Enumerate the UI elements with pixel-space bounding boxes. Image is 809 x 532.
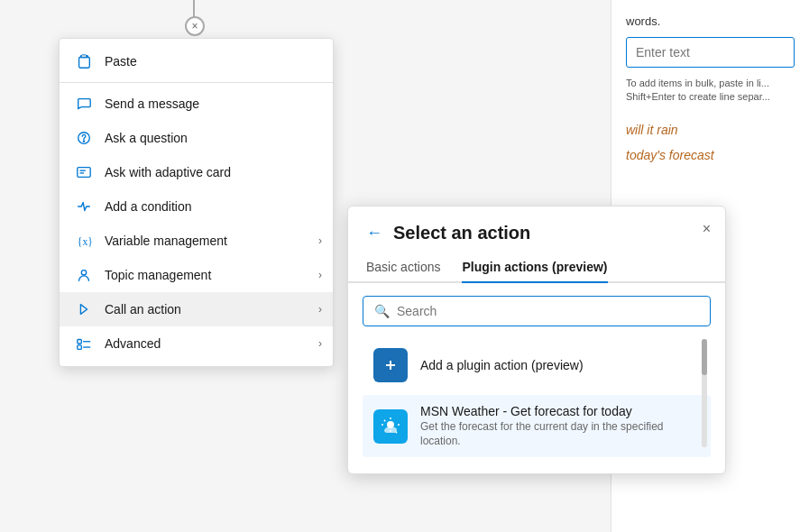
tab-plugin-actions[interactable]: Plugin actions (preview) [462,252,607,283]
action-panel: ← Select an action × Basic actions Plugi… [347,206,726,474]
menu-item-send-message-label: Send a message [105,96,199,111]
action-panel-title: Select an action [393,223,530,243]
back-button[interactable]: ← [366,224,382,243]
action-panel-tabs: Basic actions Plugin actions (preview) [348,252,725,283]
variable-icon: {x} [74,233,94,249]
svg-point-4 [83,141,84,142]
message-icon [74,96,94,112]
question-icon [74,130,94,146]
action-icon [74,301,94,317]
tab-basic-actions[interactable]: Basic actions [366,252,440,283]
adaptive-icon [74,164,94,180]
chevron-right-icon-3: › [318,303,322,316]
paste-icon [74,53,94,69]
condition-icon [74,198,94,215]
menu-item-paste-label: Paste [105,54,137,69]
msn-weather-text: MSN Weather - Get forecast for today Get… [420,404,700,448]
context-menu: Paste Send a message Ask a question Ask … [59,38,334,367]
menu-item-add-condition-label: Add a condition [105,199,192,214]
menu-item-advanced-label: Advanced [105,336,161,351]
scrollbar-thumb[interactable] [702,339,707,375]
action-list: Add a plugin action (preview) MSN Weathe… [363,339,711,457]
menu-item-call-action-label: Call an action [105,302,181,316]
action-panel-header: ← Select an action × [348,206,725,252]
menu-item-ask-question-label: Ask a question [105,131,188,145]
svg-rect-5 [78,168,90,178]
svg-rect-1 [79,58,90,69]
add-plugin-text: Add a plugin action (preview) [420,358,584,372]
chevron-right-icon-2: › [318,269,322,281]
phrase-2: today's forecast [626,148,795,162]
topic-icon [74,267,94,283]
phrase-1: will it rain [626,123,795,137]
action-panel-body: 🔍 Add a plugin action (preview) MSN Weat [348,283,725,473]
add-plugin-icon-box [373,348,408,382]
menu-item-ask-adaptive[interactable]: Ask with adaptive card [60,155,333,189]
advanced-icon [74,335,94,352]
msn-weather-name: MSN Weather - Get forecast for today [420,404,700,418]
svg-text:{x}: {x} [78,236,92,248]
svg-rect-2 [81,55,86,58]
menu-divider-1 [60,82,333,83]
menu-item-advanced[interactable]: Advanced › [60,326,333,361]
close-connector-button[interactable]: × [185,16,205,36]
menu-item-topic[interactable]: Topic management › [60,258,333,292]
msn-weather-desc: Get the forecast for the current day in … [420,420,700,448]
svg-line-22 [384,419,385,420]
hint-text: To add items in bulk, paste in li... Shi… [626,77,795,105]
search-icon: 🔍 [374,304,390,318]
svg-rect-11 [78,345,82,350]
close-panel-button[interactable]: × [703,221,711,237]
menu-item-ask-question[interactable]: Ask a question [60,121,333,155]
svg-rect-10 [78,340,82,344]
menu-item-ask-adaptive-label: Ask with adaptive card [105,165,231,179]
menu-item-variable[interactable]: {x} Variable management › [60,224,333,258]
enter-text-input[interactable] [626,37,795,68]
svg-point-17 [387,421,394,428]
action-item-msn-weather[interactable]: MSN Weather - Get forecast for today Get… [363,395,711,457]
chevron-right-icon: › [318,234,322,247]
menu-item-send-message[interactable]: Send a message [60,87,333,121]
add-plugin-name: Add a plugin action (preview) [420,358,584,372]
words-label: words. [626,14,795,28]
svg-point-9 [81,271,86,275]
chevron-right-icon-4: › [318,337,322,350]
menu-item-add-condition[interactable]: Add a condition [60,189,333,224]
msn-weather-icon-box [373,409,408,444]
search-box[interactable]: 🔍 [363,296,711,326]
menu-item-call-action[interactable]: Call an action › [60,292,333,326]
menu-item-paste[interactable]: Paste [60,44,333,78]
menu-item-topic-label: Topic management [105,268,211,282]
search-input[interactable] [397,304,699,318]
scrollbar[interactable] [702,339,707,447]
action-item-add-plugin[interactable]: Add a plugin action (preview) [363,339,711,391]
menu-item-variable-label: Variable management [105,234,227,248]
